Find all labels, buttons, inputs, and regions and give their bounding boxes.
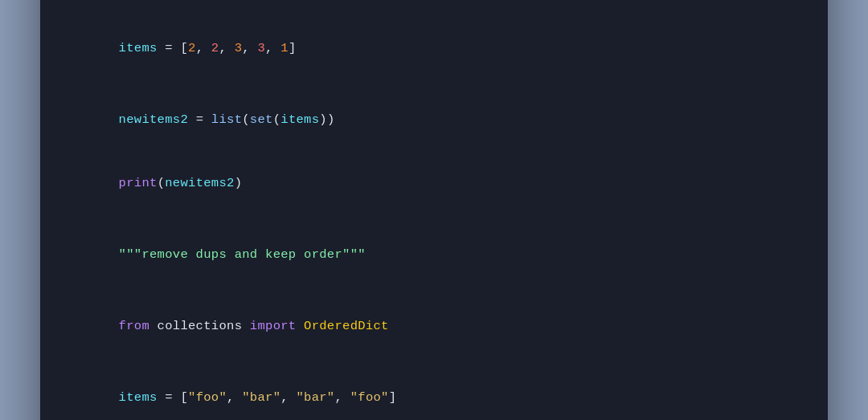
code-line-items2: items = ["foo", "bar", "bar", "foo"]: [72, 366, 796, 420]
code-line-newitems: newitems2 = list(set(items)): [72, 88, 796, 152]
code-line-docstring2: """remove dups and keep order""": [72, 223, 796, 287]
code-line-docstring1: """remove duplicate items from list. not…: [72, 0, 796, 9]
code-line-items1: items = [2, 2, 3, 3, 1]: [72, 17, 796, 80]
code-editor: """remove duplicate items from list. not…: [40, 0, 828, 420]
code-window: """remove duplicate items from list. not…: [40, 0, 828, 420]
code-line-print1: print(newitems2): [72, 152, 796, 215]
code-line-import: from collections import OrderedDict: [72, 295, 796, 358]
